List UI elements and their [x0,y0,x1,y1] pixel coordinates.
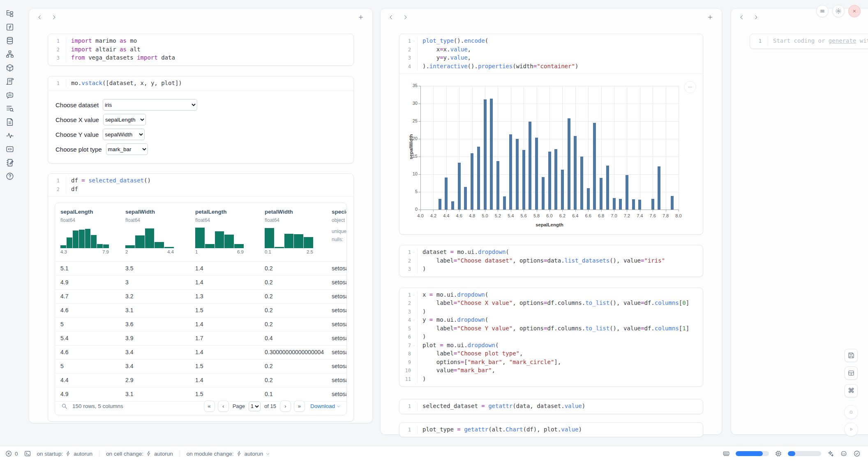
cell-vstack[interactable]: 1mo.vstack([dataset, x, y, plot]) Choose… [48,76,354,164]
cell-plot[interactable]: 1plot_type().encode(2 x=x.value,3 y=y.va… [399,34,703,235]
table-row[interactable]: 53.61.40.2setosa [55,318,346,332]
gridline [420,104,679,104]
table-row[interactable]: 5.13.51.40.2setosa [55,262,346,276]
file-explorer-icon[interactable] [5,9,14,18]
logs-icon[interactable] [5,104,14,113]
gridline [433,86,434,210]
ai-assistant-button[interactable] [827,450,834,457]
cell-value: 3.5 [125,265,133,272]
ai-chat-icon[interactable] [5,90,14,99]
terminal-button[interactable] [24,450,31,457]
download-link[interactable]: Download [310,403,341,409]
cell-value: setosa [332,279,347,286]
cell-value: 0.4 [265,335,272,341]
dropdown-0[interactable]: iris [103,99,197,111]
column-prev-button[interactable] [37,14,44,21]
code-text: ) [417,265,703,274]
cell-value: 3.6 [125,321,133,327]
column-next-button[interactable] [51,14,58,21]
table-row[interactable]: 4.63.11.50.2setosa [55,304,346,318]
help-icon[interactable] [5,172,14,181]
table-row[interactable]: 53.41.50.2setosa [55,360,346,373]
cell-value: 1.5 [195,391,203,397]
column-name[interactable]: petalLength [195,209,227,215]
code-editor[interactable]: 1plot_type().encode(2 x=x.value,3 y=y.va… [399,34,703,74]
code-editor[interactable]: 1selected_dataset = getattr(data, datase… [399,399,703,414]
line-number: 3 [399,308,411,316]
stop-button[interactable] [844,405,858,419]
dropdown-1[interactable]: sepalLength [103,114,146,125]
runtime-config-2[interactable]: on module change:autorun [187,451,270,457]
runtime-config-1[interactable]: on cell change:autorun [106,451,173,457]
code-editor[interactable]: 1df = selected_dataset()2df [48,174,353,196]
dependency-graph-icon[interactable] [5,50,14,59]
line-number: 2 [399,299,411,308]
fold-spacer [411,257,416,265]
column-prev-button[interactable] [388,14,395,21]
dropdown-3[interactable]: mark_bar [106,143,148,155]
add-cell-button[interactable] [707,14,714,21]
connection-status-button[interactable] [853,450,861,457]
code-editor[interactable]: 1dataset = mo.ui.dropdown(2 label="Choos… [399,245,703,277]
save-button[interactable] [845,349,858,362]
error-indicator[interactable]: 0 [5,450,18,457]
layout-button[interactable] [845,366,858,380]
cell-dataframe[interactable]: 1df = selected_dataset()2df sepalLengthf… [48,173,354,422]
column-name[interactable]: petalWidth [265,209,293,215]
last-page-button[interactable]: » [294,401,305,412]
scratchpad-icon[interactable] [5,158,14,167]
run-button[interactable] [844,422,858,436]
fold-spacer [411,308,416,316]
search-icon[interactable] [61,403,68,410]
outline-icon[interactable] [5,77,14,86]
column-name[interactable]: sepalLength [60,209,93,215]
column-prev-button[interactable] [739,14,746,21]
menu-button[interactable] [816,5,829,17]
settings-button[interactable] [832,5,845,17]
code-editor[interactable]: 1plot_type = getattr(alt.Chart(df), plot… [399,423,703,437]
add-cell-button[interactable] [358,14,365,21]
runtime-config-0[interactable]: on startup:autorun [37,451,93,457]
packages-icon[interactable] [5,63,14,72]
column-dtype: object [332,217,345,223]
dropdown-2[interactable]: sepalWidth [103,129,145,140]
command-palette-button[interactable]: ⌘ [845,384,858,397]
cell-dataset-dropdown[interactable]: 1dataset = mo.ui.dropdown(2 label="Choos… [399,245,703,277]
cell-selected-dataset[interactable]: 1selected_dataset = getattr(data, datase… [399,399,703,414]
dataframe-table: sepalLengthfloat644.37.9sepalWidthfloat6… [55,203,347,415]
column-name[interactable]: species [332,209,347,215]
cell-imports[interactable]: 1import marimo as mo2import altair as al… [48,34,354,66]
snippets-icon[interactable] [5,145,14,154]
column-name[interactable]: sepalWidth [125,209,155,215]
cell-xy-plot-dropdowns[interactable]: 1x = mo.ui.dropdown(2 label="Choose X va… [399,288,703,387]
copilot-button[interactable] [840,450,847,457]
chart-actions-button[interactable] [684,81,696,93]
code-editor[interactable]: 1Start coding or generate with [750,34,868,48]
tracing-icon[interactable] [5,131,14,140]
first-page-button[interactable]: « [204,401,215,412]
control-row: Choose X valuesepalLength [55,113,346,126]
command-icon: ⌘ [845,385,857,397]
variables-icon[interactable] [5,23,14,32]
altair-chart[interactable]: 4.04.24.44.64.85.05.25.45.65.86.06.26.46… [399,74,703,234]
shutdown-button[interactable] [848,5,861,17]
code-editor[interactable]: 1import marimo as mo2import altair as al… [48,34,353,65]
table-row[interactable]: 4.63.41.40.30000000000000004setosa [55,346,346,360]
table-row[interactable]: 5.43.91.70.4setosa [55,332,346,346]
cell-plot-type[interactable]: 1plot_type = getattr(alt.Chart(df), plot… [399,422,703,438]
documentation-icon[interactable] [5,118,14,127]
datasources-icon[interactable] [5,36,14,45]
code-editor[interactable]: 1x = mo.ui.dropdown(2 label="Choose X va… [399,288,703,387]
next-page-button[interactable]: › [280,401,291,412]
cell-value: 0.2 [265,265,272,272]
table-row[interactable]: 4.73.21.30.2setosa [55,290,346,304]
table-row[interactable]: 4.931.40.2setosa [55,276,346,290]
table-row[interactable]: 4.42.91.40.2setosa [55,373,346,387]
page-select[interactable]: 1 [249,401,261,411]
column-next-button[interactable] [402,14,409,21]
cell-empty[interactable]: 1Start coding or generate with [750,34,868,49]
code-editor[interactable]: 1mo.vstack([dataset, x, y, plot]) [48,76,353,91]
prev-page-button[interactable]: ‹ [218,401,229,412]
column-next-button[interactable] [753,14,760,21]
chart-bar [658,166,660,210]
